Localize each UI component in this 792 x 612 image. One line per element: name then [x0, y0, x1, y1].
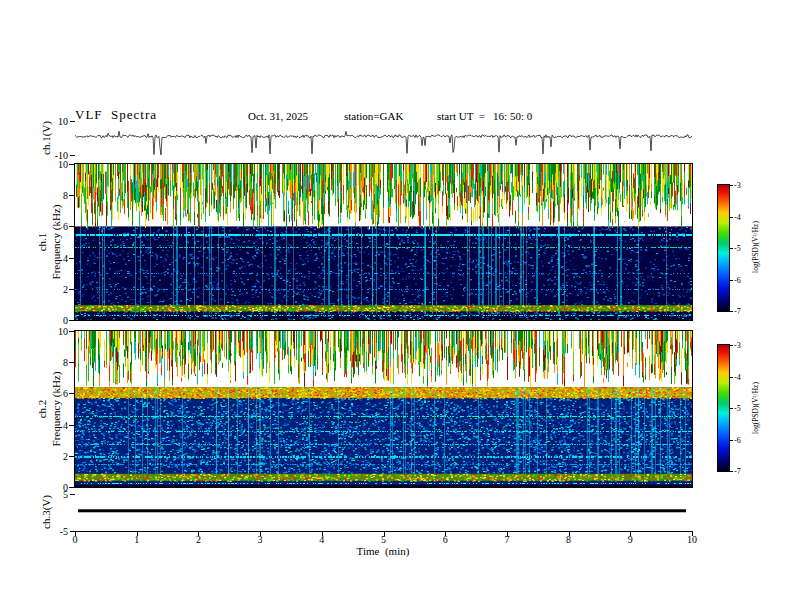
time-axis-label: Time (min) [357, 545, 410, 557]
x-tick-mark [445, 531, 446, 536]
colorbar2-tick-mark [729, 408, 733, 409]
ch1-freq-tick-mark [69, 289, 75, 290]
ch1-spec-freq-axis-label: Frequency (kHz) [50, 205, 62, 280]
colorbar2-tick-label: -5 [734, 404, 741, 413]
ch1-freq-tick-label: 6 [63, 221, 68, 232]
x-tick-mark [322, 531, 323, 536]
ch1-freq-tick-label: 8 [63, 190, 68, 201]
colorbar1-tick-label: -5 [734, 244, 741, 253]
ch2-spec-freq-axis-label: Frequency (kHz) [50, 372, 62, 447]
x-tick-mark [692, 531, 693, 536]
colorbar1-tick-label: -3 [734, 181, 741, 190]
ch1-freq-tick-mark [69, 164, 75, 165]
colorbar1-tick-mark [729, 248, 733, 249]
colorbar1-tick-label: -4 [734, 212, 741, 221]
ch1-wave-axis-label: ch.1(V) [40, 121, 52, 155]
colorbar2-tick-mark [729, 471, 733, 472]
ch2-freq-tick-mark [69, 393, 75, 394]
colorbar1-tick-mark [729, 311, 733, 312]
x-tick-mark [75, 531, 76, 536]
vlf-spectra-figure: VLF Spectra Oct. 31, 2025 station=GAK st… [0, 0, 792, 612]
ch1-waveform-plot [75, 121, 692, 155]
x-tick-mark [630, 531, 631, 536]
ch3-plot [75, 494, 692, 531]
x-tick-mark [260, 531, 261, 536]
ch2-freq-tick-mark [69, 425, 75, 426]
ch1-freq-tick-mark [69, 195, 75, 196]
ch1-wave-tick-label: -10 [55, 150, 68, 161]
colorbar2-tick-mark [729, 440, 733, 441]
ch2-spectrogram-plot [74, 330, 693, 488]
x-tick-mark [569, 531, 570, 536]
ch1-wave-tick-mark [70, 121, 75, 122]
colorbar1-tick-label: -7 [734, 307, 741, 316]
ch1-freq-tick-label: 0 [63, 315, 68, 326]
ch1-freq-tick-mark [69, 226, 75, 227]
ch1-wave-tick-label: 10 [58, 116, 68, 127]
ch2-freq-tick-label: 4 [63, 419, 68, 430]
ch3-tick-mark [70, 494, 75, 495]
colorbar-1-gradient [718, 185, 729, 311]
colorbar2-tick-label: -3 [734, 341, 741, 350]
ch1-wave-tick-mark [70, 155, 75, 156]
ch2-freq-tick-mark [69, 331, 75, 332]
ch2-spec-channel-label: ch.2 [36, 400, 48, 419]
ch3-tick-label: -5 [60, 526, 68, 537]
ch1-freq-tick-label: 2 [63, 283, 68, 294]
colorbar1-tick-mark [729, 185, 733, 186]
ch2-freq-tick-label: 8 [63, 357, 68, 368]
colorbar1-tick-mark [729, 280, 733, 281]
colorbar1-tick-label: -6 [734, 275, 741, 284]
ch3-axis-label: ch.3(V) [40, 495, 52, 529]
ch2-freq-tick-mark [69, 362, 75, 363]
colorbar2-tick-label: -7 [734, 467, 741, 476]
ch1-spec-channel-label: ch.1 [36, 233, 48, 252]
ch1-freq-tick-mark [69, 258, 75, 259]
colorbar2-tick-mark [729, 377, 733, 378]
ch2-freq-tick-label: 6 [63, 388, 68, 399]
colorbar-1-label: log(PSD)(V²/Hz) [751, 221, 760, 273]
ch1-freq-tick-mark [69, 320, 75, 321]
ch2-freq-tick-mark [69, 456, 75, 457]
ch3-tick-mark [70, 531, 75, 532]
ch1-spectrogram-plot [74, 163, 693, 321]
x-tick-mark [384, 531, 385, 536]
colorbar-2-label: log(PSD)(V²/Hz) [751, 382, 760, 434]
ch3-tick-label: 5 [63, 489, 68, 500]
colorbar1-tick-mark [729, 217, 733, 218]
x-tick-mark [198, 531, 199, 536]
ch1-freq-tick-label: 4 [63, 252, 68, 263]
x-tick-mark [507, 531, 508, 536]
ch2-freq-tick-label: 2 [63, 450, 68, 461]
colorbar2-tick-label: -4 [734, 372, 741, 381]
colorbar2-tick-mark [729, 345, 733, 346]
ch2-freq-tick-mark [69, 487, 75, 488]
colorbar-2-gradient [718, 345, 729, 471]
ch2-freq-tick-label: 10 [58, 326, 68, 337]
colorbar2-tick-label: -6 [734, 435, 741, 444]
x-tick-mark [137, 531, 138, 536]
